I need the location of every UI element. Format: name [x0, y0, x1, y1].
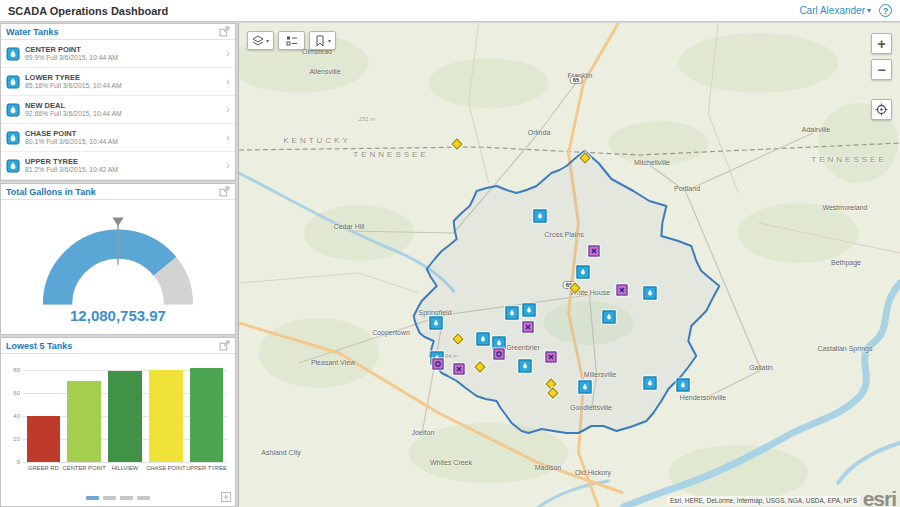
map-canvas[interactable]: KENTUCKYTENNESSEETENNESSEEOlmsteadAllens…: [238, 23, 900, 507]
panel-title: Lowest 5 Tanks: [6, 341, 72, 351]
layers-button[interactable]: ▾: [247, 31, 274, 50]
page-title: SCADA Operations Dashboard: [8, 5, 168, 17]
water-tank-icon: [6, 47, 20, 61]
tank-detail: 81.2% Full 3/6/2015, 10:42 AM: [25, 166, 118, 174]
tank-list-item[interactable]: CHASE POINT80.1% Full 3/6/2015, 10:44 AM…: [1, 124, 235, 152]
y-axis-tick: 20: [13, 436, 20, 442]
expand-panel-icon[interactable]: [219, 26, 230, 37]
tank-list-item[interactable]: UPPER TYREE81.2% Full 3/6/2015, 10:42 AM…: [1, 152, 235, 180]
alert-diamond-marker[interactable]: [547, 387, 558, 398]
panel-title: Total Gallons in Tank: [6, 187, 96, 197]
gridline: [23, 462, 227, 463]
alert-diamond-marker[interactable]: [452, 333, 463, 344]
gauge-arc: [23, 210, 213, 314]
water-tank-marker[interactable]: [506, 307, 519, 320]
chevron-right-icon: ›: [226, 132, 230, 143]
pump-station-marker[interactable]: [589, 246, 600, 257]
bar-chart: 020406080GREER RDCENTER POINTHILLVIEWCHA…: [7, 360, 229, 476]
chevron-right-icon: ›: [226, 160, 230, 171]
map-attribution: Esri, HERE, DeLorme, Intermap, USGS, NGA…: [667, 496, 860, 505]
pager-pill-4[interactable]: [137, 496, 150, 500]
tank-name: CENTER POINT: [25, 45, 118, 54]
pager-pill-2[interactable]: [103, 496, 116, 500]
expand-chart-icon[interactable]: [221, 492, 231, 502]
water-tank-marker[interactable]: [644, 377, 657, 390]
bar-chart-plot: 020406080GREER RDCENTER POINTHILLVIEWCHA…: [23, 364, 227, 462]
panel-title: Water Tanks: [6, 27, 59, 37]
map-toolbar: ▾ ▾: [247, 31, 336, 50]
water-tank-marker[interactable]: [430, 317, 443, 330]
tank-list-item[interactable]: LOWER TYREE85.16% Full 3/6/2015, 10:44 A…: [1, 68, 235, 96]
tank-list-item[interactable]: NEW DEAL92.66% Full 3/6/2015, 10:44 AM ›: [1, 96, 235, 124]
water-tank-marker[interactable]: [577, 266, 590, 279]
water-tank-marker[interactable]: [534, 210, 547, 223]
chevron-right-icon: ›: [226, 76, 230, 87]
water-tank-marker[interactable]: [477, 333, 490, 346]
zoom-in-button[interactable]: +: [871, 33, 892, 54]
tank-detail: 92.66% Full 3/6/2015, 10:44 AM: [25, 110, 122, 118]
esri-logo: esri: [863, 487, 896, 507]
tank-name: UPPER TYREE: [25, 157, 118, 166]
gauge-widget: 12,080,753.97: [1, 200, 235, 334]
map-markers-layer: [239, 23, 900, 507]
bar-column: UPPER TYREE: [186, 364, 227, 462]
expand-panel-icon[interactable]: [219, 186, 230, 197]
tank-detail: 85.16% Full 3/6/2015, 10:44 AM: [25, 82, 122, 90]
water-tanks-panel-header: Water Tanks: [1, 24, 235, 40]
water-tank-icon: [6, 131, 20, 145]
chevron-down-icon: ▾: [266, 37, 269, 44]
water-tank-icon: [6, 159, 20, 173]
alert-diamond-marker[interactable]: [579, 152, 590, 163]
bar-greer-rd[interactable]: [27, 416, 60, 462]
bar-column: GREER RD: [23, 364, 64, 462]
legend-button[interactable]: [278, 31, 305, 50]
pump-station-marker[interactable]: [454, 364, 465, 375]
alert-diamond-marker[interactable]: [451, 138, 462, 149]
water-tank-marker[interactable]: [519, 360, 532, 373]
y-axis-tick: 60: [13, 390, 20, 396]
water-tank-marker[interactable]: [579, 381, 592, 394]
water-tank-marker[interactable]: [523, 304, 536, 317]
water-tank-marker[interactable]: [644, 287, 657, 300]
total-gallons-panel-header: Total Gallons in Tank: [1, 184, 235, 200]
chevron-right-icon: ›: [226, 104, 230, 115]
bar-column: CHASE POINT: [145, 364, 186, 462]
pager-pill-1[interactable]: [86, 496, 99, 500]
alert-diamond-marker[interactable]: [474, 361, 485, 372]
pump-station-marker[interactable]: [433, 359, 444, 370]
tank-detail: 69.9% Full 3/6/2015, 10:44 AM: [25, 54, 118, 62]
water-tanks-panel: Water Tanks CENTER POINT69.9% Full 3/6/2…: [0, 23, 236, 181]
user-menu[interactable]: Carl Alexander ▾: [799, 5, 871, 16]
tank-list-item[interactable]: CENTER POINT69.9% Full 3/6/2015, 10:44 A…: [1, 40, 235, 68]
tank-name: NEW DEAL: [25, 101, 122, 110]
sidebar: Water Tanks CENTER POINT69.9% Full 3/6/2…: [0, 23, 236, 507]
bookmarks-button[interactable]: ▾: [309, 31, 336, 50]
total-gallons-panel: Total Gallons in Tank 12,080,753.97: [0, 183, 236, 335]
bar-hillview[interactable]: [108, 371, 141, 462]
water-tank-icon: [6, 103, 20, 117]
locate-button[interactable]: [871, 99, 892, 120]
lowest-tanks-panel-header: Lowest 5 Tanks: [1, 338, 235, 354]
bar-category-label: GREER RD: [28, 465, 59, 471]
alert-diamond-marker[interactable]: [569, 282, 580, 293]
pump-station-marker[interactable]: [523, 322, 534, 333]
y-axis-tick: 80: [13, 367, 20, 373]
pump-station-marker[interactable]: [617, 285, 628, 296]
zoom-controls: + −: [871, 33, 892, 125]
pump-station-marker[interactable]: [546, 352, 557, 363]
header-right: Carl Alexander ▾ ?: [799, 4, 892, 17]
zoom-out-button[interactable]: −: [871, 59, 892, 80]
water-tank-marker[interactable]: [603, 311, 616, 324]
bar-chase-point[interactable]: [149, 370, 182, 462]
water-tank-icon: [6, 75, 20, 89]
pump-station-marker[interactable]: [494, 349, 505, 360]
y-axis-tick: 40: [13, 413, 20, 419]
bar-center-point[interactable]: [67, 381, 100, 462]
water-tank-marker[interactable]: [677, 379, 690, 392]
app-header: SCADA Operations Dashboard Carl Alexande…: [0, 0, 900, 22]
pager-pill-3[interactable]: [120, 496, 133, 500]
help-button[interactable]: ?: [879, 4, 892, 17]
expand-panel-icon[interactable]: [219, 340, 230, 351]
bar-category-label: HILLVIEW: [112, 465, 139, 471]
bar-upper-tyree[interactable]: [190, 368, 223, 462]
